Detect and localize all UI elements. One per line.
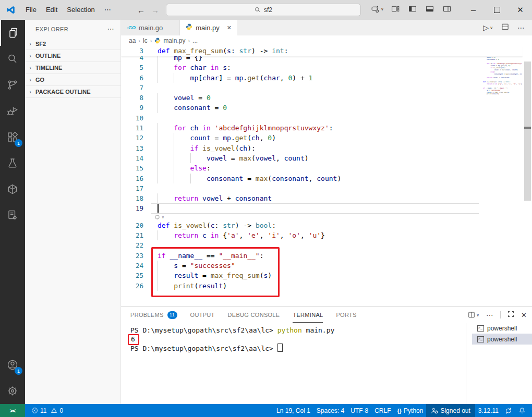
line-number[interactable]: 13 — [121, 143, 143, 153]
line-number[interactable]: 3 — [121, 46, 143, 56]
menu-selection[interactable]: Selection — [62, 0, 99, 20]
code-line-18[interactable]: 18return vowel + consonant — [121, 193, 532, 203]
breadcrumb[interactable]: aa › lc › main.py › ... — [121, 35, 532, 46]
breadcrumb-folder[interactable]: aa — [129, 37, 136, 44]
sidebar-section-outline[interactable]: ›OUTLINE — [25, 50, 120, 62]
code-line-15[interactable]: 15else: — [121, 163, 532, 173]
language-mode[interactable]: {} Python — [394, 404, 427, 417]
maximize-button[interactable] — [485, 0, 509, 20]
line-number[interactable]: 17 — [121, 183, 143, 193]
line-number[interactable]: 7 — [121, 83, 143, 93]
menu-file[interactable]: File — [21, 0, 41, 20]
line-number[interactable]: 18 — [121, 193, 143, 203]
python-version[interactable]: 3.12.11 — [475, 404, 502, 417]
notifications-bell-icon[interactable] — [515, 404, 529, 417]
tab-main-go[interactable]: -GO main.go — [121, 20, 180, 35]
activity-search-icon[interactable] — [0, 46, 25, 72]
command-center-search[interactable]: sf2 — [166, 4, 361, 16]
code-line-5[interactable]: 5for char in s: — [121, 63, 532, 72]
problems-status[interactable]: 11 0 — [28, 404, 66, 417]
line-number[interactable]: 5 — [121, 63, 143, 72]
sidebar-section-go[interactable]: ›GO — [25, 73, 120, 85]
panel-tab-ports[interactable]: PORTS — [336, 307, 356, 323]
scrollbar-slider[interactable] — [524, 62, 531, 201]
terminal[interactable]: PS D:\mysetup\gopath\src\sf2\aa\lc> pyth… — [121, 323, 472, 404]
split-editor-icon[interactable] — [501, 23, 509, 33]
encoding-status[interactable]: UTF-8 — [347, 404, 371, 417]
back-arrow-icon[interactable]: ← — [137, 6, 145, 15]
indentation-status[interactable]: Spaces: 4 — [313, 404, 347, 417]
code-line-16[interactable]: 16consonant = max(consonant, count) — [121, 174, 532, 183]
breadcrumb-folder[interactable]: lc — [143, 37, 148, 44]
customize-layout-icon[interactable] — [391, 5, 400, 15]
code-line-6[interactable]: 6mp[char] = mp.get(char, 0) + 1 — [121, 73, 532, 83]
line-number[interactable]: 10 — [121, 113, 143, 123]
line-number[interactable]: 22 — [121, 240, 143, 250]
panel-more-actions-icon[interactable]: ⋯ — [486, 311, 493, 319]
code-line-4[interactable]: 4mp = {} — [121, 56, 532, 63]
activity-accounts-icon[interactable]: 1 — [0, 352, 25, 378]
sidebar-section-sf2[interactable]: ›SF2 — [25, 38, 120, 50]
line-number[interactable]: 16 — [121, 174, 143, 183]
maximize-panel-icon[interactable] — [507, 310, 514, 320]
line-number[interactable]: 21 — [121, 230, 143, 240]
code-line-7[interactable]: 7 — [121, 83, 532, 93]
run-python-button[interactable]: ▷∨ — [483, 23, 493, 32]
close-window-button[interactable]: ✕ — [509, 0, 532, 20]
line-number[interactable]: 6 — [121, 73, 143, 83]
terminal-instance-powershell[interactable]: >_powershell — [472, 323, 532, 334]
code-line-11[interactable]: 11for ch in 'abcdefghijklmnopqrstuvwxyz'… — [121, 123, 532, 133]
activity-source-control-icon[interactable] — [0, 72, 25, 98]
code-line-3[interactable]: 3def max_freq_sum(s: str) -> int: — [121, 46, 523, 56]
panel-tab-debug-console[interactable]: DEBUG CONSOLE — [228, 307, 280, 323]
line-number[interactable]: 26 — [121, 281, 143, 291]
toggle-sidebar-icon[interactable] — [408, 5, 417, 15]
line-number[interactable]: 12 — [121, 133, 143, 143]
code-line-9[interactable]: 9consonant = 0 — [121, 103, 532, 113]
sticky-scroll-line[interactable]: 3def max_freq_sum(s: str) -> int: — [121, 46, 523, 56]
line-number[interactable]: 25 — [121, 271, 143, 280]
run-dropdown-icon[interactable]: ∨ — [490, 26, 493, 30]
breadcrumb-file[interactable]: main.py — [163, 37, 185, 44]
panel-tab-terminal[interactable]: TERMINAL — [293, 307, 323, 323]
code-line-12[interactable]: 12count = mp.get(ch, 0) — [121, 133, 532, 143]
close-panel-icon[interactable]: ✕ — [521, 311, 527, 319]
line-number[interactable]: 4 — [121, 56, 143, 63]
code-editor[interactable]: 3def max_freq_sum(s: str) -> int: 4mp = … — [121, 46, 532, 306]
activity-file-settings-icon[interactable] — [0, 202, 25, 228]
terminal-instance-powershell[interactable]: >_powershell — [472, 334, 532, 345]
tab-close-icon[interactable]: ✕ — [227, 24, 232, 31]
line-number[interactable]: 24 — [121, 261, 143, 271]
minimize-button[interactable]: ─ — [462, 0, 485, 20]
code-line-8[interactable]: 8vowel = 0 — [121, 93, 532, 103]
code-line-19[interactable]: 19 — [121, 203, 532, 213]
menu-edit[interactable]: Edit — [41, 0, 62, 20]
activity-run-debug-icon[interactable] — [0, 98, 25, 124]
account-status[interactable]: Signed out — [426, 404, 475, 417]
code-line-14[interactable]: 14vowel = max(vowel, count) — [121, 153, 532, 163]
sidebar-section-package-outline[interactable]: ›PACKAGE OUTLINE — [25, 85, 120, 98]
activity-settings-icon[interactable] — [0, 378, 25, 404]
menu-[interactable]: ⋯ — [100, 0, 116, 20]
chevron-down-icon[interactable]: ∨ — [476, 313, 479, 317]
editor-scrollbar[interactable] — [523, 46, 532, 306]
line-number[interactable]: 14 — [121, 153, 143, 163]
editor-more-actions-icon[interactable]: ⋯ — [517, 23, 525, 32]
line-number[interactable]: 9 — [121, 103, 143, 113]
line-number[interactable]: 8 — [121, 93, 143, 103]
panel-tab-problems[interactable]: PROBLEMS11 — [130, 307, 177, 323]
activity-extensions-icon[interactable]: 1 — [0, 124, 25, 150]
toggle-secondary-sidebar-icon[interactable] — [443, 5, 451, 15]
code-line-13[interactable]: 13if is_vowel(ch): — [121, 143, 532, 153]
activity-testing-icon[interactable] — [0, 150, 25, 176]
code-line-17[interactable]: 17 — [121, 183, 532, 193]
tab-main-py[interactable]: main.py ✕ — [180, 20, 237, 35]
activity-explorer-icon[interactable] — [0, 20, 26, 46]
forward-arrow-icon[interactable]: → — [151, 6, 159, 15]
sidebar-more-actions-icon[interactable]: ⋯ — [107, 25, 114, 33]
code-line-21[interactable]: 21return c in {'a', 'e', 'i', 'o', 'u'} — [121, 230, 532, 240]
terminal-split-icon[interactable]: ∨ — [468, 311, 479, 318]
breadcrumb-symbol[interactable]: ... — [192, 37, 198, 44]
copilot-menu[interactable]: ∨ — [371, 5, 384, 14]
code-line-20[interactable]: 20def is_vowel(c: str) -> bool: — [121, 220, 532, 230]
